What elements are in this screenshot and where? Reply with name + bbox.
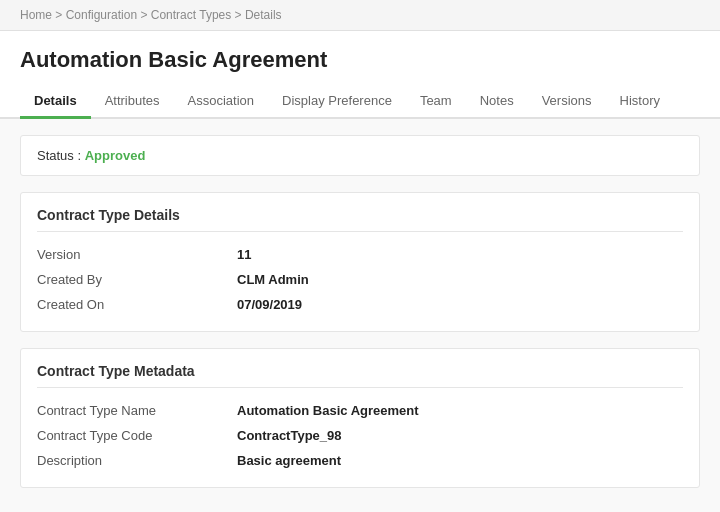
field-row-contract-type-name: Contract Type Name Automation Basic Agre… <box>37 398 683 423</box>
tabs-bar: Details Attributes Association Display P… <box>0 85 720 119</box>
breadcrumb: Home > Configuration > Contract Types > … <box>0 0 720 31</box>
contract-type-metadata-title: Contract Type Metadata <box>37 363 683 388</box>
field-label-created-by: Created By <box>37 272 237 287</box>
content-area: Status : Approved Contract Type Details … <box>0 119 720 512</box>
page-wrapper: Home > Configuration > Contract Types > … <box>0 0 720 512</box>
field-value-contract-type-name: Automation Basic Agreement <box>237 403 419 418</box>
tab-history[interactable]: History <box>606 85 674 119</box>
field-value-created-on: 07/09/2019 <box>237 297 302 312</box>
field-row-created-on: Created On 07/09/2019 <box>37 292 683 317</box>
status-label: Status : <box>37 148 81 163</box>
field-row-contract-type-code: Contract Type Code ContractType_98 <box>37 423 683 448</box>
tab-details[interactable]: Details <box>20 85 91 119</box>
field-value-version: 11 <box>237 247 251 262</box>
tab-versions[interactable]: Versions <box>528 85 606 119</box>
page-header: Automation Basic Agreement <box>0 31 720 73</box>
contract-type-details-title: Contract Type Details <box>37 207 683 232</box>
tab-display-preference[interactable]: Display Preference <box>268 85 406 119</box>
field-value-created-by: CLM Admin <box>237 272 309 287</box>
field-value-description: Basic agreement <box>237 453 341 468</box>
contract-type-metadata-section: Contract Type Metadata Contract Type Nam… <box>20 348 700 488</box>
page-title: Automation Basic Agreement <box>20 47 700 73</box>
status-value: Approved <box>85 148 146 163</box>
status-bar: Status : Approved <box>20 135 700 176</box>
field-value-contract-type-code: ContractType_98 <box>237 428 342 443</box>
field-row-description: Description Basic agreement <box>37 448 683 473</box>
field-label-version: Version <box>37 247 237 262</box>
tab-notes[interactable]: Notes <box>466 85 528 119</box>
field-label-description: Description <box>37 453 237 468</box>
contract-type-details-section: Contract Type Details Version 11 Created… <box>20 192 700 332</box>
field-label-contract-type-name: Contract Type Name <box>37 403 237 418</box>
field-label-created-on: Created On <box>37 297 237 312</box>
breadcrumb-text: Home > Configuration > Contract Types > … <box>20 8 282 22</box>
field-row-created-by: Created By CLM Admin <box>37 267 683 292</box>
field-label-contract-type-code: Contract Type Code <box>37 428 237 443</box>
tab-attributes[interactable]: Attributes <box>91 85 174 119</box>
tab-association[interactable]: Association <box>174 85 268 119</box>
field-row-version: Version 11 <box>37 242 683 267</box>
tab-team[interactable]: Team <box>406 85 466 119</box>
